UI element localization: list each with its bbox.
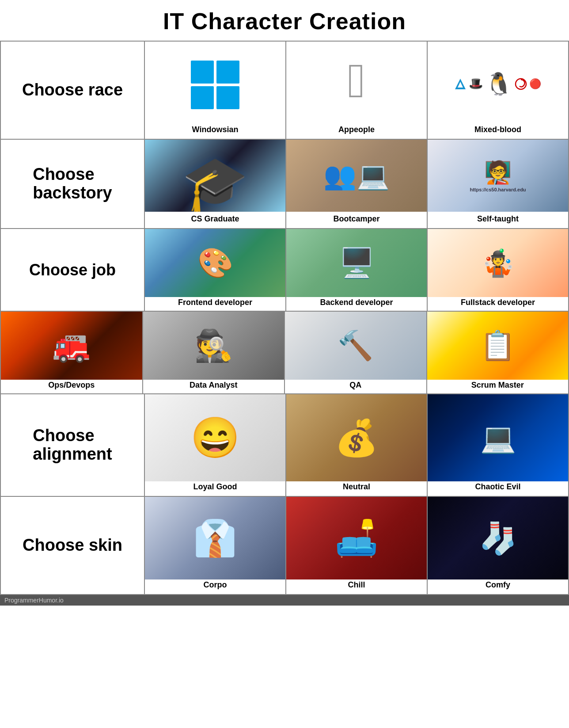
cs-grad-image: 🎓 bbox=[145, 140, 285, 212]
ops-figure: 🚒 bbox=[52, 328, 91, 364]
race-options: Windowsian  Appeople bbox=[145, 42, 568, 139]
option-cs-graduate[interactable]: 🎓 CS Graduate bbox=[145, 140, 286, 228]
chaotic-figure: 💻 bbox=[480, 421, 516, 455]
fullstack-label: Fullstack developer bbox=[459, 297, 537, 308]
alignment-row: Choosealignment 😄 Loyal Good 💰 Neutral bbox=[1, 394, 568, 496]
tux-icon: 🐧 bbox=[485, 73, 512, 95]
option-fullstack[interactable]: 🤹 Fullstack developer bbox=[428, 229, 568, 311]
graduate-figure: 🎓 bbox=[182, 156, 248, 210]
mixed-blood-label: Mixed-blood bbox=[473, 124, 523, 135]
job-options-row2: 🚒 Ops/Devops 🕵️ Data Analyst 🔨 Q bbox=[1, 312, 568, 393]
skin-row: Choose skin 👔 Corpo 🛋️ Chill bbox=[1, 497, 568, 594]
option-qa[interactable]: 🔨 QA bbox=[285, 312, 427, 393]
option-chaotic-evil[interactable]: 💻 Chaotic Evil bbox=[428, 394, 568, 496]
option-mixed-blood[interactable]: 🎩 🐧 🔴 bbox=[428, 42, 568, 139]
frontend-figure: 🎨 bbox=[197, 246, 233, 280]
appeople-label: Appeople bbox=[337, 124, 376, 135]
backstory-row: Choosebackstory 🎓 CS Graduate 👥💻 Bootcam… bbox=[1, 140, 568, 228]
scrum-image: 📋 bbox=[427, 312, 569, 380]
loyal-image: 😄 bbox=[145, 394, 285, 481]
job-options-row1: 🎨 Frontend developer 🖥️ Backend develope… bbox=[145, 229, 568, 311]
job-row2: 🚒 Ops/Devops 🕵️ Data Analyst 🔨 Q bbox=[1, 311, 568, 393]
chaotic-image: 💻 bbox=[428, 394, 568, 481]
chaotic-evil-label: Chaotic Evil bbox=[473, 481, 522, 492]
skin-label: Choose skin bbox=[1, 497, 145, 594]
skin-section: Choose skin 👔 Corpo 🛋️ Chill bbox=[0, 497, 569, 595]
corpo-figure: 👔 bbox=[193, 518, 237, 559]
linux-image: 🎩 🐧 🔴 bbox=[430, 45, 565, 122]
backend-label: Backend developer bbox=[318, 297, 395, 308]
option-data-analyst[interactable]: 🕵️ Data Analyst bbox=[143, 312, 285, 393]
footer: ProgrammerHumor.io bbox=[0, 595, 569, 606]
option-self-taught[interactable]: 🧑‍🏫 https://cs50.harvard.edu Self-taught bbox=[428, 140, 568, 228]
option-appeople[interactable]:  Appeople bbox=[286, 42, 428, 139]
chill-figure: 🛋️ bbox=[334, 518, 379, 559]
alignment-section: Choosealignment 😄 Loyal Good 💰 Neutral bbox=[0, 394, 569, 497]
fullstack-image: 🤹 bbox=[428, 229, 568, 297]
option-ops[interactable]: 🚒 Ops/Devops bbox=[1, 312, 143, 393]
backstory-options: 🎓 CS Graduate 👥💻 Bootcamper 🧑‍🏫 bbox=[145, 140, 568, 228]
linux-logos: 🎩 🐧 🔴 bbox=[437, 73, 558, 95]
option-frontend[interactable]: 🎨 Frontend developer bbox=[145, 229, 286, 311]
qa-figure: 🔨 bbox=[338, 329, 373, 362]
alignment-label: Choosealignment bbox=[1, 394, 145, 496]
option-backend[interactable]: 🖥️ Backend developer bbox=[286, 229, 428, 311]
bootcamper-label: Bootcamper bbox=[331, 213, 381, 225]
option-corpo[interactable]: 👔 Corpo bbox=[145, 497, 286, 594]
ops-image: 🚒 bbox=[1, 312, 142, 380]
option-scrum[interactable]: 📋 Scrum Master bbox=[427, 312, 569, 393]
redhat-icon: 🎩 bbox=[469, 77, 483, 91]
cs-graduate-label: CS Graduate bbox=[189, 213, 241, 225]
bootcamp-figure: 👥💻 bbox=[323, 160, 390, 191]
comfy-figure: 🧦 bbox=[479, 520, 517, 556]
windows-pane-br bbox=[216, 86, 239, 109]
self-taught-label: Self-taught bbox=[475, 213, 520, 225]
option-chill[interactable]: 🛋️ Chill bbox=[286, 497, 428, 594]
race-row: Choose race Windowsian bbox=[1, 42, 568, 139]
backstory-section: Choosebackstory 🎓 CS Graduate 👥💻 Bootcam… bbox=[0, 140, 569, 229]
fullstack-figure: 🤹 bbox=[482, 248, 515, 279]
job-section: Choose job 🎨 Frontend developer 🖥️ Backe… bbox=[0, 229, 569, 394]
data-analyst-label: Data Analyst bbox=[188, 380, 239, 391]
selftaught-figure: 🧑‍🏫 https://cs50.harvard.edu bbox=[470, 160, 526, 192]
loyal-good-label: Loyal Good bbox=[192, 481, 239, 492]
windows-pane-tr bbox=[216, 61, 239, 84]
frontend-image: 🎨 bbox=[145, 229, 285, 297]
qa-label: QA bbox=[348, 380, 363, 391]
neutral-label: Neutral bbox=[341, 481, 372, 492]
page-wrapper: IT Character Creation Choose race bbox=[0, 0, 569, 606]
windows-pane-bl bbox=[191, 86, 214, 109]
footer-text: ProgrammerHumor.io bbox=[4, 597, 64, 604]
option-neutral[interactable]: 💰 Neutral bbox=[286, 394, 428, 496]
data-analyst-image: 🕵️ bbox=[143, 312, 284, 380]
page-title: IT Character Creation bbox=[0, 0, 569, 41]
loyal-figure: 😄 bbox=[190, 415, 240, 461]
corpo-image: 👔 bbox=[145, 497, 285, 579]
analyst-figure: 🕵️ bbox=[194, 328, 233, 364]
backend-figure: 🖥️ bbox=[339, 246, 375, 280]
selftaught-image: 🧑‍🏫 https://cs50.harvard.edu bbox=[428, 140, 568, 212]
backend-image: 🖥️ bbox=[286, 229, 427, 297]
neutral-figure: 💰 bbox=[334, 417, 379, 459]
windows-icon bbox=[191, 61, 239, 109]
windowsian-image bbox=[148, 45, 283, 122]
windows-pane-tl bbox=[191, 61, 214, 84]
qa-image: 🔨 bbox=[285, 312, 426, 380]
ops-label: Ops/Devops bbox=[46, 380, 96, 391]
arch-icon bbox=[454, 78, 467, 90]
neutral-image: 💰 bbox=[286, 394, 427, 481]
debian-icon bbox=[515, 78, 527, 90]
backstory-label: Choosebackstory bbox=[1, 140, 145, 228]
option-windowsian[interactable]: Windowsian bbox=[145, 42, 286, 139]
option-comfy[interactable]: 🧦 Comfy bbox=[428, 497, 568, 594]
option-bootcamper[interactable]: 👥💻 Bootcamper bbox=[286, 140, 428, 228]
comfy-image: 🧦 bbox=[428, 497, 568, 579]
chill-image: 🛋️ bbox=[286, 497, 427, 579]
skin-options: 👔 Corpo 🛋️ Chill 🧦 Comfy bbox=[145, 497, 568, 594]
comfy-label: Comfy bbox=[484, 579, 512, 591]
job-row1: Choose job 🎨 Frontend developer 🖥️ Backe… bbox=[1, 229, 568, 311]
race-section: Choose race Windowsian bbox=[0, 41, 569, 140]
job-label: Choose job bbox=[1, 229, 145, 311]
alignment-options: 😄 Loyal Good 💰 Neutral 💻 Chaotic bbox=[145, 394, 568, 496]
option-loyal-good[interactable]: 😄 Loyal Good bbox=[145, 394, 286, 496]
